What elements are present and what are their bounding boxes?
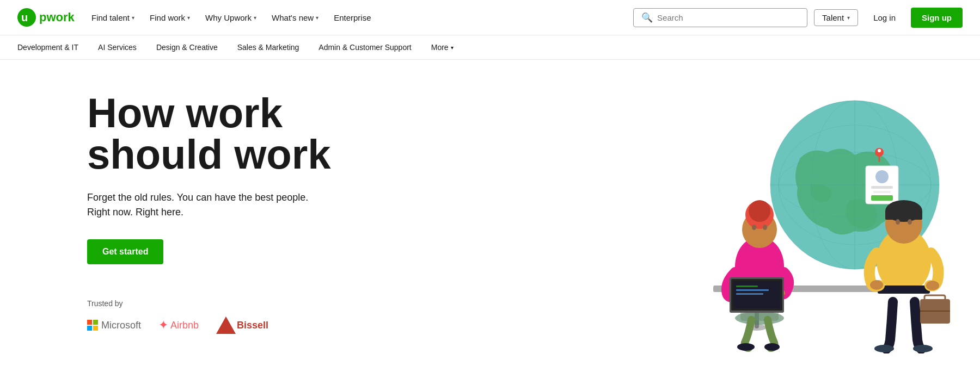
microsoft-text: Microsoft [101,320,141,331]
trusted-label: Trusted by [87,299,331,308]
airbnb-text: Airbnb [170,320,199,331]
svg-rect-31 [736,286,758,287]
airbnb-logo: ✦ Airbnb [158,318,199,332]
svg-point-14 [875,170,889,183]
nav-why-upwork[interactable]: Why Upwork ▾ [205,13,256,22]
brand-logos: Microsoft ✦ Airbnb Bissell [87,316,331,334]
svg-text:u: u [21,11,28,23]
svg-point-48 [870,280,883,290]
cat-design-creative[interactable]: Design & Creative [156,43,218,52]
svg-text:pwork: pwork [39,10,75,24]
search-bar: 🔍 [633,8,807,27]
upwork-logo[interactable]: u pwork [17,8,76,27]
login-button[interactable]: Log in [865,9,904,27]
hero-svg [686,92,958,353]
search-input[interactable] [657,13,799,22]
search-icon: 🔍 [641,12,653,23]
nav-find-work[interactable]: Find work ▾ [150,13,190,22]
svg-point-12 [878,149,881,152]
microsoft-icon [87,320,98,331]
signup-button[interactable]: Sign up [911,8,963,28]
svg-point-37 [749,200,770,222]
get-started-button[interactable]: Get started [87,239,163,264]
trusted-by-section: Trusted by Microsoft ✦ Airbnb [87,299,331,334]
svg-rect-33 [736,293,763,295]
hero-title: How work should work [87,92,331,175]
whats-new-chevron-icon: ▾ [316,15,318,21]
svg-point-23 [737,343,755,351]
svg-point-47 [926,281,939,290]
svg-point-41 [913,345,933,352]
bissell-text: Bissell [237,320,268,331]
find-talent-chevron-icon: ▾ [132,15,134,21]
svg-point-53 [896,219,900,225]
svg-rect-15 [871,186,893,189]
svg-rect-43 [924,295,945,301]
bissell-icon [216,316,236,334]
svg-rect-16 [873,191,891,193]
svg-point-40 [874,345,894,352]
top-nav: u pwork Find talent ▾ Find work ▾ Why Up… [0,0,980,35]
svg-point-54 [908,219,912,225]
hero-subtitle: Forget the old rules. You can have the b… [87,190,331,220]
svg-rect-17 [871,195,893,201]
why-upwork-chevron-icon: ▾ [254,15,256,21]
cat-sales-marketing[interactable]: Sales & Marketing [237,43,299,52]
nav-whats-new[interactable]: What's new ▾ [272,13,318,22]
find-work-chevron-icon: ▾ [187,15,190,21]
talent-selector[interactable]: Talent ▾ [814,9,858,26]
svg-rect-52 [885,211,922,220]
more-chevron-icon: ▾ [451,45,454,51]
cat-ai-services[interactable]: AI Services [98,43,137,52]
svg-point-39 [763,225,767,230]
svg-rect-46 [878,286,930,294]
bissell-logo: Bissell [216,316,268,334]
cat-admin-support[interactable]: Admin & Customer Support [318,43,411,52]
svg-point-24 [764,343,780,351]
airbnb-icon: ✦ [158,318,168,332]
category-nav: Development & IT AI Services Design & Cr… [0,35,980,60]
hero-illustration [686,92,936,353]
cat-development-it[interactable]: Development & IT [17,43,78,52]
hero-content: How work should work Forget the old rule… [87,92,331,334]
talent-chevron-icon: ▾ [847,15,850,21]
nav-enterprise[interactable]: Enterprise [334,13,371,22]
svg-rect-32 [736,289,769,291]
hero-section: How work should work Forget the old rule… [0,60,980,375]
nav-find-talent[interactable]: Find talent ▾ [91,13,134,22]
microsoft-logo: Microsoft [87,320,141,331]
svg-point-38 [752,225,756,230]
cat-more[interactable]: More ▾ [431,43,454,52]
